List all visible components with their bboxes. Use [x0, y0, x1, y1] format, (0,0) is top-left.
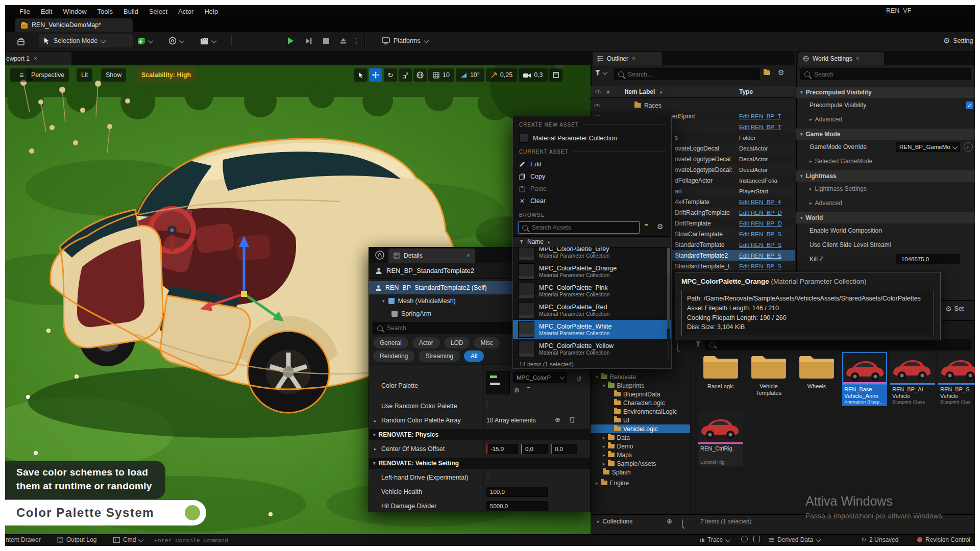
collections-add-icon[interactable]: ⊕ — [667, 517, 672, 525]
close-icon[interactable]: × — [856, 55, 860, 62]
picker-asset-row[interactable]: MPC_ColorPalette_PinkMaterial Parameter … — [513, 281, 671, 300]
use-random-checkbox[interactable] — [486, 400, 487, 409]
select-tool-button[interactable] — [354, 68, 368, 82]
cmd-dropdown[interactable]: Cmd — [113, 536, 142, 543]
scale-snap-button[interactable]: 0,25 — [486, 68, 517, 82]
console-command-input[interactable] — [153, 536, 370, 545]
ws-cat-lightmass[interactable]: ▾Lightmass — [796, 170, 975, 182]
collections-header[interactable]: ▸Collections — [597, 518, 632, 525]
outliner-row[interactable]: Races — [591, 100, 795, 111]
tab-misc[interactable]: Misc — [474, 337, 500, 348]
com-x-field[interactable]: -15,0 — [486, 444, 518, 454]
outliner-search-input[interactable] — [627, 70, 756, 79]
menu-select[interactable]: Select — [149, 8, 167, 15]
menu-item-paste[interactable]: Paste — [519, 183, 666, 195]
cb-tree-item[interactable]: BlueprintData — [591, 390, 690, 398]
menu-build[interactable]: Build — [124, 8, 138, 15]
settings-button[interactable]: ⚙ Setting — [943, 34, 973, 47]
asset-tile[interactable]: REN_CtrlRig Control Rig — [698, 411, 743, 466]
menu-item-clear[interactable]: ✕ Clear — [519, 195, 666, 207]
ws-cat-gamemode[interactable]: ▾Game Mode — [796, 129, 975, 140]
tab-general[interactable]: General — [373, 337, 408, 348]
cb-tree-item[interactable]: UI — [591, 416, 690, 424]
cat-renovate-vehicle[interactable]: ▾RENOVATE: Vehicle Setting — [369, 458, 590, 469]
derived-data-button[interactable]: Derived Data — [768, 536, 820, 543]
cb-tree-item[interactable]: ▸SampleAssets — [591, 459, 690, 468]
grid-snap-button[interactable]: 10 — [428, 68, 454, 82]
unsaved-button[interactable]: ↻ 2 Unsaved — [861, 536, 898, 543]
play-button[interactable] — [283, 34, 298, 47]
tab-level[interactable]: REN_VehicleDemoMap* — [15, 18, 133, 32]
row-type-link[interactable]: Edit REN_BP_T — [739, 124, 793, 130]
tab-all[interactable]: All — [464, 350, 484, 362]
output-log-button[interactable]: Output Log — [57, 536, 96, 543]
world-settings-search[interactable] — [800, 68, 971, 80]
pin-icon[interactable]: ★ — [606, 89, 610, 95]
insights-icon[interactable] — [741, 536, 748, 542]
menu-item-copy[interactable]: Copy — [519, 170, 666, 183]
asset-tile-selected[interactable]: REN_BaseVehicle_Anim Animation Bluep... — [842, 352, 887, 406]
picker-asset-row[interactable]: MPC_ColorPalette_GreyMaterial Parameter … — [513, 247, 671, 262]
menu-edit[interactable]: Edit — [41, 8, 52, 15]
scrollbar[interactable] — [667, 247, 670, 360]
sources-search-icon[interactable] — [677, 342, 678, 350]
row-type-link[interactable]: Edit REN_BP_D — [739, 220, 793, 227]
cb-tree-item-selected[interactable]: VehicleLogic — [591, 424, 690, 433]
precompute-visibility-checkbox[interactable] — [966, 102, 973, 109]
menu-help[interactable]: Help — [204, 8, 218, 15]
outliner-filter-button[interactable] — [595, 69, 606, 76]
open-asset-button[interactable] — [13, 35, 29, 48]
perspective-dropdown[interactable]: Perspective — [27, 68, 69, 82]
maximize-viewport-button[interactable] — [549, 68, 562, 82]
ws-row-advanced1[interactable]: ▸Advanced — [796, 112, 975, 127]
world-settings-search-input[interactable] — [813, 70, 967, 79]
picker-asset-row-selected[interactable]: MPC_ColorPalette_WhiteMaterial Parameter… — [513, 320, 671, 339]
picker-name-header[interactable]: Name ▲ — [513, 236, 671, 247]
menu-item-create-mpc[interactable]: Material Parameter Collection — [519, 132, 666, 145]
filter-funnel-icon[interactable] — [695, 341, 701, 347]
app-logo-icon[interactable] — [375, 251, 384, 260]
close-icon[interactable]: × — [34, 55, 37, 62]
add-actor-dropdown[interactable] — [134, 34, 155, 47]
kill-z-field[interactable]: -1048575,0 — [896, 254, 960, 264]
cinematics-dropdown[interactable] — [197, 34, 218, 47]
cb-tree-item[interactable]: ▸Maps — [591, 450, 690, 459]
trace-dropdown[interactable]: Trace — [700, 536, 729, 543]
folder-tile[interactable]: Wheels — [794, 352, 839, 390]
move-tool-button[interactable] — [369, 68, 382, 82]
tab-world-settings[interactable]: World Settings × — [798, 52, 884, 65]
revision-control-button[interactable]: Revision Control — [917, 536, 970, 543]
picker-asset-list[interactable]: MPC_ColorPalette_GreyMaterial Parameter … — [513, 247, 671, 360]
ws-row-lightmass-settings[interactable]: ▸Lightmass Settings — [796, 182, 975, 196]
tab-actor[interactable]: Actor — [412, 337, 440, 348]
menu-tools[interactable]: Tools — [97, 8, 113, 15]
ws-row-advanced2[interactable]: ▸Advanced — [796, 196, 975, 210]
folder-tile[interactable]: RaceLogic — [698, 352, 743, 390]
collections-search-icon[interactable] — [682, 519, 683, 527]
tab-details[interactable]: Details × — [388, 248, 475, 263]
picker-asset-row[interactable]: MPC_ColorPalette_RedMaterial Parameter C… — [513, 300, 671, 320]
hit-divider-field[interactable]: 5000,0 — [486, 501, 548, 511]
menu-item-edit[interactable]: Edit — [519, 158, 666, 170]
scalability-badge[interactable]: Scalability: High — [137, 68, 195, 82]
com-z-field[interactable]: 0,0 — [551, 444, 577, 454]
cb-tree-item[interactable]: CharacterLogic — [591, 398, 690, 407]
outliner-search[interactable] — [614, 68, 760, 80]
cat-renovate-physics[interactable]: ▾RENOVATE: Physics — [369, 429, 590, 440]
asset-tile[interactable]: REN_BP_AIVehicle Blueprint Class — [890, 352, 935, 406]
tab-viewport1[interactable]: ewport 1 × — [1, 52, 71, 65]
row-type-link[interactable]: Edit REN_BP_D — [739, 210, 793, 216]
outliner-col-label[interactable]: Item Label — [625, 88, 655, 95]
cb-asset-search[interactable] — [705, 339, 971, 350]
menu-file[interactable]: File — [19, 8, 30, 15]
eye-icon[interactable] — [595, 88, 602, 95]
picker-search-input[interactable] — [531, 223, 635, 232]
outliner-settings-button[interactable]: ⚙ — [778, 68, 785, 77]
cb-tree-item[interactable]: EnvironmentalLogic — [591, 407, 690, 416]
row-type-link[interactable]: Edit REN_BP_S — [739, 242, 793, 248]
ws-cat-world[interactable]: ▾World — [796, 212, 975, 223]
row-type-link[interactable]: Edit REN_BP_4 — [739, 199, 793, 205]
scale-tool-button[interactable] — [399, 68, 412, 82]
cb-tree-item[interactable]: ▾Renovate — [591, 372, 690, 381]
health-field[interactable]: 100,0 — [486, 487, 548, 497]
